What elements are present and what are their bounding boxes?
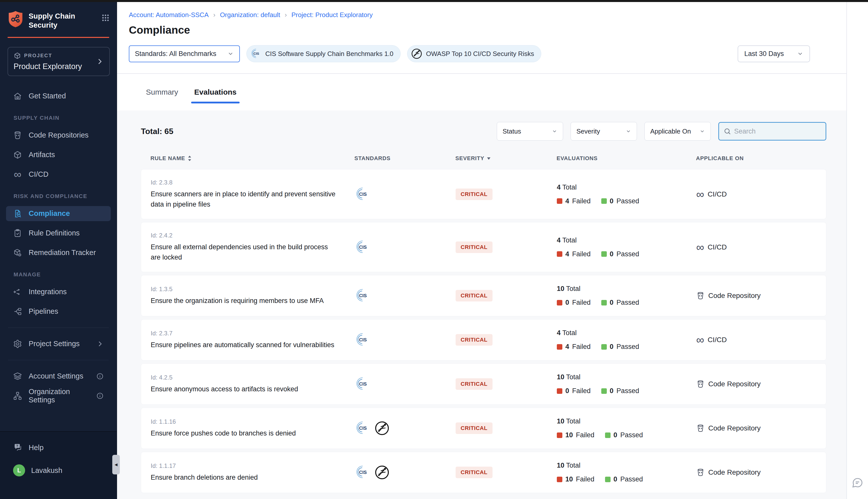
project-name: Product Exploratory [14, 62, 82, 71]
avatar: L [13, 464, 25, 476]
sidebar-item-code-repositories[interactable]: Code Repositories [6, 128, 111, 143]
severity-cell: CRITICAL [456, 290, 557, 302]
tab-summary[interactable]: Summary [146, 74, 178, 110]
eval-total-count: 10 [557, 417, 564, 425]
evaluations-cell: 10 Total 0 Failed 0 Passed [557, 285, 696, 306]
rule-name: Ensure force pushes code to branches is … [151, 428, 338, 438]
eval-total-count: 10 [557, 373, 564, 381]
cis-benchmark-chip[interactable]: CIS CIS Software Supply Chain Benchmarks… [246, 45, 401, 62]
rule-name: Ensure pipelines are automatically scann… [151, 340, 338, 350]
table-row[interactable]: Id: 1.1.17 Ensure branch deletions are d… [141, 452, 826, 493]
passed-indicator-icon [601, 251, 607, 257]
eval-failed-count: 4 [565, 343, 569, 351]
cis-standard-icon: CIS [354, 332, 370, 348]
sort-both-icon[interactable] [188, 155, 192, 161]
rule-name-cell: Id: 2.3.8 Ensure scanners are in place t… [151, 179, 354, 209]
info-icon[interactable] [96, 373, 104, 380]
breadcrumb-organization-link[interactable]: Organization: default [220, 11, 280, 19]
tab-evaluations[interactable]: Evaluations [194, 74, 236, 110]
eval-passed-count: 0 [610, 250, 614, 258]
severity-badge: CRITICAL [456, 378, 493, 390]
table-row[interactable]: Id: 1.1.16 Ensure force pushes code to b… [141, 407, 826, 449]
cis-standard-icon: CIS [354, 288, 370, 303]
chevron-down-icon [699, 129, 705, 134]
sidebar-item-get-started[interactable]: Get Started [6, 89, 111, 104]
standards-filter-row: Standards: All Benchmarks CIS CIS Softwa… [129, 45, 810, 73]
column-header-standards: STANDARDS [354, 155, 455, 162]
artifacts-box-icon [13, 150, 22, 159]
evaluations-cell: 4 Total 4 Failed 0 Passed [557, 329, 696, 351]
standards-cell: CIS [354, 332, 456, 348]
svg-text:CIS: CIS [359, 425, 367, 431]
column-header-severity[interactable]: SEVERITY [455, 155, 557, 162]
standards-dropdown[interactable]: Standards: All Benchmarks [129, 46, 240, 62]
evaluations-cell: 10 Total 10 Failed 0 Passed [557, 462, 696, 483]
date-range-dropdown[interactable]: Last 30 Days [738, 46, 810, 62]
sort-desc-icon[interactable] [487, 157, 491, 160]
brand-divider [8, 37, 109, 38]
applicable-on-cell: ∞ CI/CD [696, 189, 826, 200]
column-header-rule-name[interactable]: RULE NAME [150, 155, 354, 162]
table-row[interactable]: Id: 4.2.5 Ensure anonymous access to art… [141, 364, 826, 405]
severity-cell: CRITICAL [456, 242, 557, 253]
apps-grid-icon[interactable] [101, 11, 110, 22]
info-icon[interactable] [96, 392, 104, 400]
sidebar-item-cicd[interactable]: ∞ CI/CD [6, 167, 111, 182]
sidebar-item-organization-settings[interactable]: Organization Settings [6, 388, 111, 403]
sidebar-item-compliance[interactable]: Compliance [6, 206, 111, 221]
table-row[interactable]: Id: 1.3.5 Ensure the organization is req… [141, 275, 826, 316]
evaluations-section: Total: 65 Status Severity Applicable On [117, 110, 846, 499]
evaluations-cell: 10 Total 10 Failed 0 Passed [557, 417, 696, 439]
help-button[interactable]: ? Help [13, 443, 104, 452]
search-box[interactable] [718, 122, 826, 141]
sidebar-item-project-settings[interactable]: Project Settings [6, 336, 111, 351]
owasp-standard-icon [374, 421, 390, 436]
project-switcher[interactable]: PROJECT Product Exploratory [8, 47, 110, 76]
sidebar-item-remediation-tracker[interactable]: Remediation Tracker [6, 245, 111, 260]
compliance-doc-icon [13, 209, 22, 218]
sidebar-item-pipelines[interactable]: Pipelines [6, 304, 111, 319]
pipelines-icon [13, 307, 22, 316]
chevron-right-icon [96, 340, 104, 348]
status-filter-dropdown[interactable]: Status [497, 122, 563, 141]
owasp-logo-icon [411, 48, 422, 60]
failed-indicator-icon [557, 388, 562, 394]
severity-cell: CRITICAL [456, 467, 557, 478]
sidebar-item-integrations[interactable]: Integrations [6, 284, 111, 300]
user-menu[interactable]: L Lavakush [13, 464, 104, 476]
code-repository-icon [696, 291, 705, 300]
table-row[interactable]: Id: 2.3.8 Ensure scanners are in place t… [141, 169, 826, 219]
eval-total-count: 10 [557, 285, 564, 292]
applicable-on-filter-dropdown[interactable]: Applicable On [644, 122, 711, 141]
eval-passed-count: 0 [610, 299, 614, 306]
breadcrumb-account-link[interactable]: Account: Automation-SSCA [129, 11, 209, 19]
sidebar: Supply Chain Security PROJECT Product Ex… [0, 2, 117, 499]
cis-standard-icon: CIS [354, 376, 370, 392]
sidebar-divider [8, 328, 109, 328]
sidebar-item-artifacts[interactable]: Artifacts [6, 147, 111, 162]
total-count: Total: 65 [141, 127, 173, 136]
chevron-right-icon [96, 58, 104, 65]
rule-id: Id: 2.3.8 [151, 179, 354, 186]
eval-passed-count: 0 [610, 387, 614, 395]
eval-total-count: 4 [557, 236, 560, 244]
severity-filter-dropdown[interactable]: Severity [571, 122, 637, 141]
eval-failed-count: 4 [565, 250, 569, 258]
svg-text:CIS: CIS [359, 470, 367, 475]
breadcrumb-project-link[interactable]: Project: Product Exploratory [291, 11, 373, 19]
sidebar-collapse-handle[interactable]: ◀ [112, 455, 120, 474]
package-icon [14, 52, 21, 60]
support-chat-icon[interactable] [852, 476, 864, 488]
eval-passed-count: 0 [610, 197, 614, 205]
sidebar-item-rule-definitions[interactable]: Rule Definitions [6, 226, 111, 241]
sidebar-item-account-settings[interactable]: Account Settings [6, 369, 111, 384]
rule-name: Ensure scanners are in place to identify… [151, 189, 338, 209]
passed-indicator-icon [605, 433, 611, 438]
severity-badge: CRITICAL [456, 423, 493, 434]
rule-id: Id: 1.3.5 [151, 285, 354, 293]
table-row[interactable]: Id: 2.3.7 Ensure pipelines are automatic… [141, 319, 826, 361]
search-input[interactable] [734, 127, 821, 135]
passed-indicator-icon [601, 388, 607, 394]
owasp-chip[interactable]: OWASP Top 10 CI/CD Security Risks [407, 45, 541, 62]
table-row[interactable]: Id: 2.4.2 Ensure all external dependenci… [141, 222, 826, 272]
